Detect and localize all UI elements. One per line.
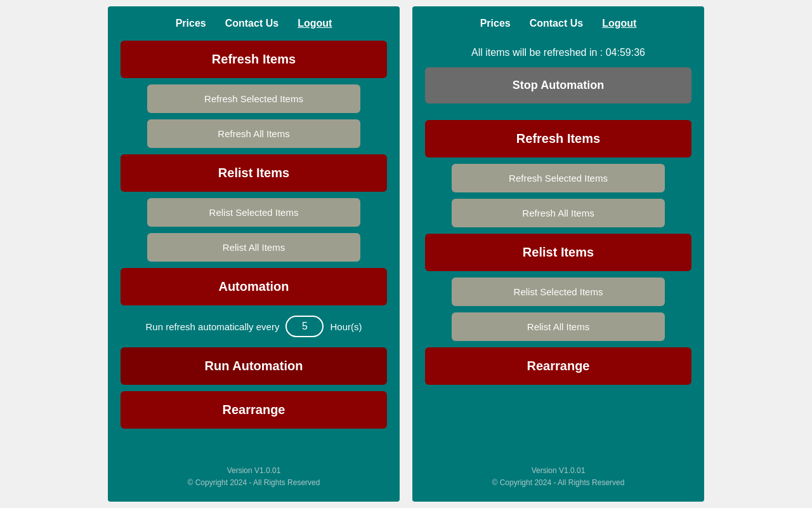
right-nav-logout[interactable]: Logout <box>602 18 636 29</box>
right-nav-contact[interactable]: Contact Us <box>530 18 583 29</box>
right-nav: Prices Contact Us Logout <box>412 6 704 41</box>
left-copyright: © Copyright 2024 - All Rights Reserved <box>188 477 320 489</box>
automation-label-after: Hour(s) <box>330 321 362 332</box>
left-nav-prices[interactable]: Prices <box>176 18 206 29</box>
automation-label-before: Run refresh automatically every <box>146 321 280 332</box>
left-relist-selected-button[interactable]: Relist Selected Items <box>147 198 360 227</box>
left-rearrange-button[interactable]: Rearrange <box>121 391 387 429</box>
left-footer: Version V1.0.01 © Copyright 2024 - All R… <box>188 452 320 489</box>
left-refresh-items-button[interactable]: Refresh Items <box>121 41 387 78</box>
timer-text: All items will be refreshed in : 04:59:3… <box>425 41 691 61</box>
left-run-automation-button[interactable]: Run Automation <box>121 347 387 385</box>
hour-input[interactable] <box>285 316 324 337</box>
right-copyright: © Copyright 2024 - All Rights Reserved <box>492 477 625 489</box>
right-relist-selected-button[interactable]: Relist Selected Items <box>452 277 665 306</box>
left-nav: Prices Contact Us Logout <box>108 6 400 41</box>
left-refresh-selected-button[interactable]: Refresh Selected Items <box>147 84 360 113</box>
left-relist-items-button[interactable]: Relist Items <box>121 154 387 192</box>
left-refresh-all-button[interactable]: Refresh All Items <box>147 119 360 148</box>
left-panel: Prices Contact Us Logout Refresh Items R… <box>108 6 400 502</box>
right-relist-items-button[interactable]: Relist Items <box>425 234 691 271</box>
right-stop-automation-button[interactable]: Stop Automation <box>425 67 691 104</box>
right-refresh-all-button[interactable]: Refresh All Items <box>452 199 665 227</box>
right-refresh-items-button[interactable]: Refresh Items <box>425 120 691 157</box>
left-content: Refresh Items Refresh Selected Items Ref… <box>108 41 400 489</box>
left-relist-all-button[interactable]: Relist All Items <box>147 233 360 262</box>
left-automation-button[interactable]: Automation <box>121 268 387 305</box>
right-panel: Prices Contact Us Logout All items will … <box>412 6 704 502</box>
right-nav-prices[interactable]: Prices <box>480 18 511 29</box>
right-rearrange-button[interactable]: Rearrange <box>425 347 691 385</box>
right-refresh-selected-button[interactable]: Refresh Selected Items <box>452 164 665 192</box>
right-footer: Version V1.0.01 © Copyright 2024 - All R… <box>492 452 625 489</box>
automation-row: Run refresh automatically every Hour(s) <box>121 312 387 341</box>
left-nav-contact[interactable]: Contact Us <box>225 18 278 29</box>
right-relist-all-button[interactable]: Relist All Items <box>452 312 665 341</box>
right-content: All items will be refreshed in : 04:59:3… <box>412 41 704 489</box>
right-version: Version V1.0.01 <box>492 465 625 477</box>
left-nav-logout[interactable]: Logout <box>298 18 332 29</box>
left-version: Version V1.0.01 <box>188 465 320 477</box>
